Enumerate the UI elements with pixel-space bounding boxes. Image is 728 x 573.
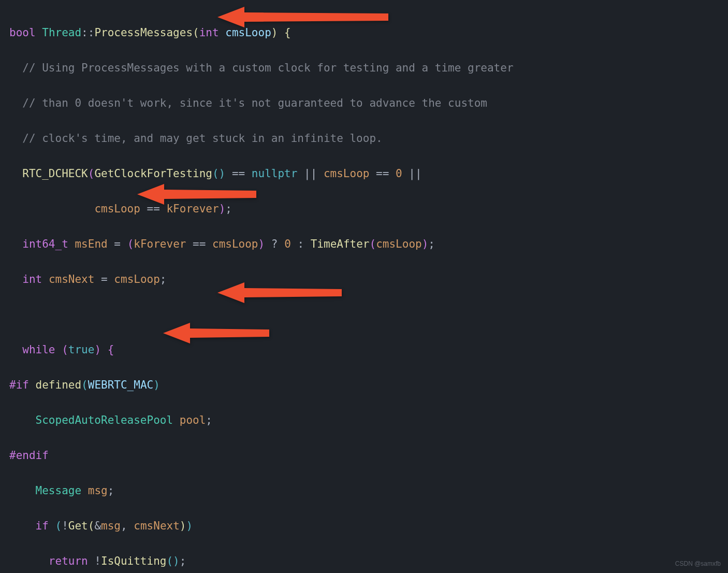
paren: ) — [153, 379, 160, 391]
paren: ( — [49, 520, 62, 532]
paren: ( — [88, 167, 95, 180]
keyword-int: int — [22, 273, 42, 285]
num-zero: 0 — [396, 167, 402, 180]
paren: ( — [81, 379, 88, 391]
code-line-blank — [9, 306, 728, 323]
code-line: return !IsQuitting(); — [9, 552, 728, 570]
code-line: cmsLoop == kForever); — [9, 200, 728, 218]
op-eq: == — [369, 167, 396, 180]
code-line: // clock's time, and may get stuck in an… — [9, 130, 728, 147]
code-line: ScopedAutoReleasePool pool; — [9, 411, 728, 429]
const-true: true — [68, 343, 95, 356]
semi: ; — [225, 203, 232, 215]
code-line: int cmsNext = cmsLoop; — [9, 270, 728, 288]
var-cmsloop: cmsLoop — [376, 238, 422, 250]
paren: ( — [370, 238, 376, 250]
var-cmsnext: cmsNext — [49, 273, 95, 285]
op-not: ! — [62, 520, 68, 532]
code-line: #endif — [9, 447, 728, 464]
const-kforever: kForever — [166, 203, 219, 215]
var-pool: pool — [180, 414, 206, 426]
fn-timeafter: TimeAfter — [311, 238, 370, 250]
class-thread: Thread — [42, 26, 81, 39]
comma: , — [121, 520, 134, 532]
paren: ( — [127, 238, 134, 250]
num-zero: 0 — [284, 238, 291, 250]
code-line: // Using ProcessMessages with a custom c… — [9, 59, 728, 77]
op-or: || — [297, 167, 324, 180]
type-int64: int64_t — [22, 238, 68, 250]
var-cmsnext: cmsNext — [134, 520, 180, 532]
var-msend: msEnd — [75, 238, 107, 250]
semi: ; — [160, 273, 167, 285]
op-eq: == — [140, 203, 167, 215]
var-cmsloop: cmsLoop — [324, 167, 370, 180]
paren: ) — [258, 238, 265, 250]
op-eq: == — [225, 167, 252, 180]
code-line: int64_t msEnd = (kForever == cmsLoop) ? … — [9, 235, 728, 253]
fn-get: Get — [68, 520, 88, 532]
op-colon: : — [291, 238, 311, 250]
code-line: // than 0 doesn't work, since it's not g… — [9, 94, 728, 112]
paren: ( — [88, 520, 95, 532]
op-not: ! — [88, 555, 101, 567]
paren: ) — [422, 238, 429, 250]
comment: // than 0 doesn't work, since it's not g… — [22, 97, 487, 109]
var-msg: msg — [88, 484, 108, 497]
keyword-int: int — [199, 26, 219, 39]
code-editor: bool Thread::ProcessMessages(int cmsLoop… — [9, 6, 728, 573]
type-scopedpool: ScopedAutoReleasePool — [36, 414, 173, 426]
paren: () — [212, 167, 225, 180]
keyword-return: return — [49, 555, 88, 567]
semi: ; — [206, 414, 212, 426]
nullptr: nullptr — [252, 167, 298, 180]
paren: ) — [186, 520, 193, 532]
brace: { — [108, 343, 114, 356]
comment: // Using ProcessMessages with a custom c… — [22, 62, 513, 74]
op-assign: = — [108, 238, 127, 250]
scope-op: :: — [81, 26, 94, 39]
brace: { — [278, 26, 290, 39]
op-ternary: ? — [265, 238, 284, 250]
paren: ) — [94, 343, 107, 356]
semi: ; — [180, 555, 186, 567]
op-or: || — [402, 167, 422, 180]
var-cmsloop: cmsLoop — [114, 273, 160, 285]
preproc-defined: defined — [29, 379, 81, 391]
op-amp: & — [94, 520, 101, 532]
code-line: while (true) { — [9, 341, 728, 359]
paren: ) — [271, 26, 278, 39]
keyword-if: if — [36, 520, 49, 532]
semi: ; — [428, 238, 435, 250]
code-line: Message msg; — [9, 482, 728, 499]
watermark: CSDN @samxfb — [675, 559, 721, 569]
op-eq: == — [186, 238, 212, 250]
code-line: #if defined(WEBRTC_MAC) — [9, 376, 728, 394]
op-assign: = — [94, 273, 114, 285]
paren: ) — [219, 203, 226, 215]
code-line: RTC_DCHECK(GetClockForTesting() == nullp… — [9, 165, 728, 182]
comment: // clock's time, and may get stuck in an… — [22, 132, 382, 145]
paren: ( — [193, 26, 199, 39]
fn-rtcdcheck: RTC_DCHECK — [22, 167, 88, 180]
code-line: if (!Get(&msg, cmsNext)) — [9, 517, 728, 535]
fn-getclock: GetClockForTesting — [94, 167, 212, 180]
paren: ( — [55, 343, 68, 356]
var-cmsloop: cmsLoop — [94, 203, 140, 215]
preproc-if: #if — [9, 379, 29, 391]
var-cmsloop: cmsLoop — [212, 238, 258, 250]
var-msg: msg — [101, 520, 121, 532]
semi: ; — [108, 484, 114, 497]
paren: ) — [180, 520, 186, 532]
preproc-endif: #endif — [9, 449, 49, 462]
keyword-while: while — [22, 343, 55, 356]
const-kforever: kForever — [134, 238, 186, 250]
paren: () — [166, 555, 179, 567]
code-line: bool Thread::ProcessMessages(int cmsLoop… — [9, 24, 728, 41]
type-message: Message — [36, 484, 82, 497]
fn-isquitting: IsQuitting — [101, 555, 166, 567]
fn-processmessages: ProcessMessages — [94, 26, 193, 39]
param-cmsloop: cmsLoop — [225, 26, 271, 39]
macro-webrtc-mac: WEBRTC_MAC — [88, 379, 153, 391]
keyword-bool: bool — [9, 26, 36, 39]
